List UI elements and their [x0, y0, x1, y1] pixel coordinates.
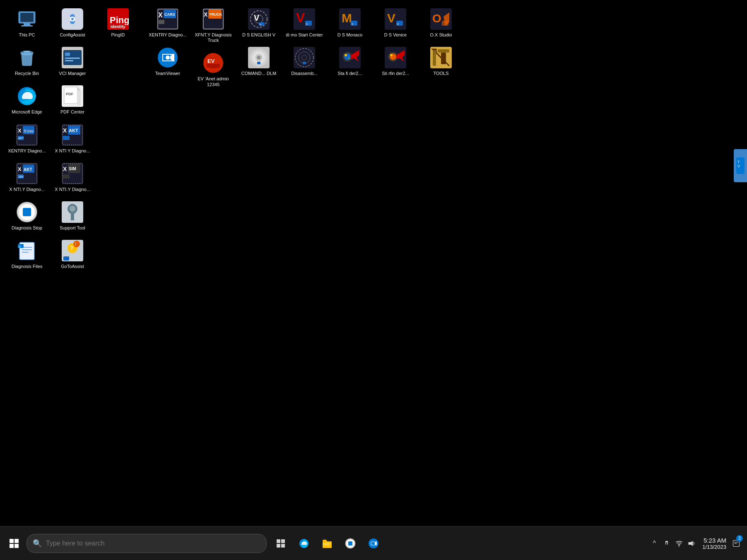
- tray-network-icon[interactable]: [661, 536, 672, 551]
- icon-column-8: M s D S Monaco: [327, 4, 373, 274]
- svg-text:O: O: [432, 12, 441, 25]
- system-clock[interactable]: 5:23 AM 1/13/2023: [702, 537, 726, 550]
- taskbar-pinned-icons: [270, 533, 384, 554]
- svg-point-98: [257, 56, 260, 59]
- svg-text:X: X: [18, 166, 22, 172]
- svg-rect-147: [323, 544, 329, 545]
- svg-text:X: X: [158, 12, 163, 19]
- icon-diag-files-label: Diagnosis Files: [12, 264, 43, 269]
- teamviewer-sidebar[interactable]: T V: [734, 149, 747, 182]
- svg-text:s: s: [397, 22, 399, 26]
- svg-text:V: V: [737, 164, 740, 168]
- teamviewer-taskbar[interactable]: [363, 533, 384, 554]
- icon-comand-dlm[interactable]: COMAND... DLM: [236, 43, 282, 80]
- icon-column-1: This PC Recycle Bin: [4, 4, 50, 274]
- svg-rect-137: [14, 539, 19, 543]
- icon-ds-venice[interactable]: V s D S Venice: [373, 4, 418, 41]
- svg-rect-108: [303, 62, 306, 64]
- svg-rect-99: [257, 62, 260, 64]
- icon-gotoassist-label: GoToAssist: [61, 264, 84, 269]
- icon-disassembler-label: Disassemb...: [291, 71, 318, 76]
- svg-point-125: [390, 54, 393, 56]
- icon-column-5: X TRUCK XFNT.Y Diagnosis Truck EV: [190, 4, 236, 274]
- svg-text:AKT: AKT: [18, 137, 24, 140]
- svg-text:D: D: [19, 245, 21, 249]
- tray-expand[interactable]: ^: [648, 536, 660, 551]
- icon-pingid-label: PingID: [111, 32, 125, 38]
- svg-text:EV: EV: [207, 58, 215, 64]
- svg-text:X: X: [63, 166, 67, 172]
- taskbar-system-tray: ^: [648, 533, 744, 554]
- svg-rect-128: [442, 21, 448, 26]
- svg-rect-138: [10, 544, 14, 548]
- icon-diag-stop-label: Diagnosis Stop: [12, 225, 42, 231]
- start-button[interactable]: [3, 533, 25, 554]
- icon-gotoassist[interactable]: ? ! GoToAssist: [50, 236, 95, 273]
- icon-xentry-akt-2b-label: X NTI Y Diagno...: [55, 148, 90, 154]
- icon-column-10: O O.X Studio TOOLS: [418, 4, 464, 274]
- icon-this-pc[interactable]: This PC: [4, 4, 50, 41]
- search-input[interactable]: [46, 540, 260, 547]
- taskbar-search[interactable]: 🔍: [27, 534, 267, 553]
- icon-diagnosis-stop[interactable]: Diagnosis Stop: [4, 197, 50, 234]
- edge-taskbar-button[interactable]: [293, 533, 315, 554]
- svg-text:≡: ≡: [24, 128, 27, 134]
- icon-teamviewer-label: TeamViewer: [155, 71, 180, 76]
- notification-button[interactable]: 3: [729, 533, 744, 554]
- icon-pingid[interactable]: Ping identity PingID: [95, 4, 141, 41]
- icon-tools-label: TOOLS: [433, 71, 448, 76]
- svg-rect-146: [323, 543, 331, 544]
- svg-rect-77: [159, 20, 164, 24]
- task-view-button[interactable]: [270, 533, 292, 554]
- icon-ev-anet-label: EV 'Anet admin 12345: [192, 76, 234, 87]
- icon-teamviewer[interactable]: TeamViewer: [145, 43, 190, 80]
- svg-rect-132: [441, 53, 446, 64]
- svg-point-151: [369, 538, 378, 548]
- icon-recycle-bin[interactable]: Recycle Bin: [4, 43, 50, 80]
- icon-vismo-start[interactable]: V s di mo Start Center: [282, 4, 327, 41]
- icon-pdf-center[interactable]: PDF PDF Center: [50, 81, 95, 118]
- icon-column-7: V s di mo Start Center: [282, 4, 327, 274]
- icon-ev-anet[interactable]: EV EV 'Anet admin 12345: [190, 48, 236, 90]
- file-explorer-button[interactable]: [316, 533, 338, 554]
- clock-date: 1/13/2023: [702, 544, 726, 550]
- icon-pdf-label: PDF Center: [60, 109, 84, 115]
- sys-tray-icons: ^: [648, 536, 697, 551]
- tray-wifi-icon[interactable]: [673, 536, 685, 551]
- svg-rect-142: [277, 544, 280, 548]
- icon-starfinder1[interactable]: Sta fi der2...: [327, 43, 373, 80]
- icon-tools[interactable]: TOOLS: [418, 43, 464, 80]
- svg-text:X: X: [204, 11, 208, 18]
- icon-ds-venice-label: D S Venice: [384, 32, 407, 38]
- icon-starfinder2-label: Sti rfin der2...: [382, 71, 409, 76]
- svg-text:SIM: SIM: [18, 175, 24, 178]
- svg-text:V: V: [254, 13, 260, 22]
- diagnosis-stop-taskbar[interactable]: [340, 533, 361, 554]
- clock-time: 5:23 AM: [704, 537, 726, 544]
- icon-microsoft-edge[interactable]: Microsoft Edge: [4, 81, 50, 118]
- icon-starfinder2[interactable]: Sti rfin der2...: [373, 43, 418, 80]
- svg-marker-155: [689, 541, 693, 546]
- svg-rect-104: [294, 47, 315, 68]
- icon-xentry-akt2[interactable]: X AKT SIM X NTI.Y Diagno...: [4, 159, 50, 196]
- icon-vci-manager[interactable]: VCI Manager: [50, 43, 95, 80]
- svg-rect-153: [666, 542, 667, 545]
- icon-das-english[interactable]: V s D S ENGLISH V: [236, 4, 282, 41]
- icon-support-tool[interactable]: Support Tool: [50, 197, 95, 234]
- icon-ox-studio[interactable]: O O.X Studio: [418, 4, 464, 41]
- icon-xentry-truck[interactable]: X TRUCK XFNT.Y Diagnosis Truck: [190, 4, 236, 46]
- icon-xentry-akt-2b[interactable]: X AKT X NTI Y Diagno...: [50, 120, 95, 157]
- tray-volume-icon[interactable]: [686, 536, 697, 551]
- icon-xentry-cars[interactable]: X ≡ CARS XENTRY Diagno...: [145, 4, 190, 41]
- svg-point-65: [73, 241, 80, 247]
- svg-rect-143: [281, 544, 285, 548]
- icon-configassist[interactable]: ConfigAssist: [50, 4, 95, 41]
- icon-ds-monaco[interactable]: M s D S Monaco: [327, 4, 373, 41]
- icon-vci-label: VCI Manager: [59, 71, 86, 76]
- icon-disassembler[interactable]: Disassemb...: [282, 43, 327, 80]
- icon-ox-studio-label: O.X Studio: [430, 32, 452, 38]
- icon-xentry-sim2[interactable]: X SIM X NTI.Y Diagno...: [50, 159, 95, 196]
- svg-text:s: s: [260, 22, 261, 26]
- icon-xentry-sim-akt[interactable]: X ≡ SIM AKT XENTRY Diagno...: [4, 120, 50, 157]
- icon-diagnosis-files[interactable]: D Diagnosis Files: [4, 236, 50, 273]
